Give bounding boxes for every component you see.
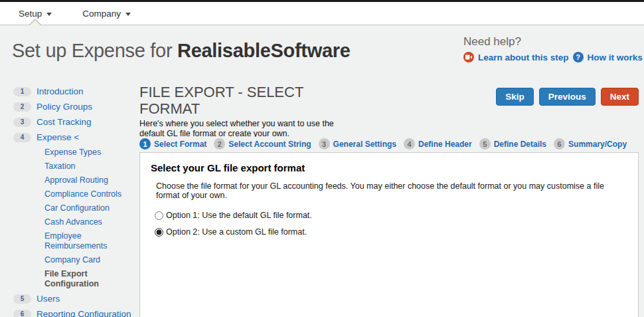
tab-label: Select Account String bbox=[228, 140, 311, 149]
step-number-badge: 4 bbox=[13, 133, 31, 142]
sidebar-subitem-car-configuration[interactable]: Car Configuration bbox=[44, 203, 134, 213]
page-title-prefix: Set up Expense for bbox=[12, 40, 177, 61]
tab-general-settings[interactable]: 3General Settings bbox=[319, 138, 396, 150]
tab-select-account-string[interactable]: 2Select Account String bbox=[214, 138, 311, 150]
skip-button[interactable]: Skip bbox=[496, 88, 534, 106]
sidebar-subitem-employee-reimbursements[interactable]: Employee Reimbursements bbox=[44, 231, 134, 251]
sidebar-subitem-file-export-configuration: File Export Configuration bbox=[44, 269, 134, 289]
tab-label: Select Format bbox=[154, 140, 206, 149]
sidebar-subitem-company-card[interactable]: Company Card bbox=[44, 255, 134, 265]
menu-label: Company bbox=[82, 9, 121, 19]
menu-company[interactable]: Company bbox=[82, 2, 131, 25]
setup-steps-sidebar: 1Introduction2Policy Groups3Cost Trackin… bbox=[13, 86, 134, 317]
format-options: Option 1: Use the default GL file format… bbox=[151, 211, 627, 237]
menu-setup[interactable]: Setup bbox=[19, 2, 52, 25]
sidebar-step-label: Policy Groups bbox=[37, 102, 92, 112]
tab-summary-copy[interactable]: 6Summary/Copy bbox=[554, 138, 627, 150]
wizard-buttons: Skip Previous Next bbox=[496, 84, 639, 137]
tab-label: Define Header bbox=[418, 140, 472, 149]
main-header-row: FILE EXPORT - SELECT FORMAT Here's where… bbox=[139, 84, 639, 137]
top-menubar: SetupCompany bbox=[0, 0, 644, 25]
sidebar-step-users[interactable]: 5Users bbox=[13, 294, 134, 304]
tab-number-badge: 6 bbox=[554, 138, 565, 150]
sidebar-substeps: Expense TypesTaxationApproval RoutingCom… bbox=[44, 148, 134, 289]
step-number-badge: 2 bbox=[13, 102, 31, 112]
video-icon bbox=[463, 52, 474, 62]
menu-label: Setup bbox=[19, 9, 42, 19]
how-it-works-link[interactable]: How it works bbox=[588, 53, 643, 62]
sidebar-step-cost-tracking[interactable]: 3Cost Tracking bbox=[13, 117, 134, 128]
need-help-label: Need help? bbox=[463, 35, 643, 49]
sidebar-subitem-approval-routing[interactable]: Approval Routing bbox=[44, 175, 134, 185]
tab-number-badge: 3 bbox=[319, 138, 330, 150]
option-label: Option 2: Use a custom GL file format. bbox=[166, 227, 307, 237]
panel-heading: Select your GL file export format bbox=[151, 162, 627, 173]
help-block: Need help? Learn about this step ? How i… bbox=[463, 35, 643, 62]
tab-label: Define Details bbox=[494, 140, 546, 149]
sidebar-step-policy-groups[interactable]: 2Policy Groups bbox=[13, 102, 134, 112]
sidebar-subitem-compliance-controls[interactable]: Compliance Controls bbox=[44, 189, 134, 199]
tab-number-badge: 4 bbox=[404, 138, 415, 150]
company-name: RealisableSoftware bbox=[177, 40, 351, 61]
step-number-badge: 1 bbox=[13, 87, 31, 96]
section-title: FILE EXPORT - SELECT FORMAT bbox=[139, 84, 325, 117]
step-number-badge: 3 bbox=[13, 118, 31, 127]
step-number-badge: 6 bbox=[13, 310, 31, 317]
learn-about-step-link[interactable]: Learn about this step bbox=[478, 53, 569, 62]
previous-button[interactable]: Previous bbox=[539, 88, 596, 106]
sidebar-step-label: Cost Tracking bbox=[37, 117, 92, 128]
section-description: Here's where you select whether you want… bbox=[139, 119, 345, 137]
wizard-step-tabs: 1Select Format2Select Account String3Gen… bbox=[139, 138, 639, 150]
question-icon: ? bbox=[573, 52, 584, 62]
page-header: Set up Expense for RealisableSoftware Ne… bbox=[0, 25, 644, 81]
gl-format-radio-2[interactable] bbox=[155, 228, 163, 237]
tab-label: Summary/Copy bbox=[568, 140, 627, 149]
main-column: FILE EXPORT - SELECT FORMAT Here's where… bbox=[139, 84, 639, 317]
sidebar-step-label: Reporting Configuration bbox=[37, 309, 131, 317]
gl-format-option-2[interactable]: Option 2: Use a custom GL file format. bbox=[155, 227, 627, 237]
step-number-badge: 5 bbox=[13, 294, 31, 304]
option-label: Option 1: Use the default GL file format… bbox=[166, 211, 312, 220]
gl-format-option-1[interactable]: Option 1: Use the default GL file format… bbox=[155, 211, 627, 220]
chevron-down-icon bbox=[125, 13, 131, 16]
tab-define-details[interactable]: 5Define Details bbox=[479, 138, 546, 150]
chevron-down-icon bbox=[46, 13, 52, 16]
sidebar-step-label: Introduction bbox=[37, 86, 84, 97]
tab-label: General Settings bbox=[333, 140, 396, 149]
next-button[interactable]: Next bbox=[601, 88, 639, 106]
tab-select-format[interactable]: 1Select Format bbox=[139, 138, 206, 150]
tab-define-header[interactable]: 4Define Header bbox=[404, 138, 472, 150]
tab-number-badge: 2 bbox=[214, 138, 225, 150]
sidebar-step-reporting-configuration[interactable]: 6Reporting Configuration bbox=[13, 309, 134, 317]
format-selection-panel: Select your GL file export format Choose… bbox=[139, 152, 639, 317]
active-menu-notch bbox=[29, 20, 41, 26]
sidebar-step-expense[interactable]: 4Expense < bbox=[13, 132, 134, 143]
panel-description: Choose the file format for your GL accou… bbox=[156, 181, 627, 200]
sidebar-subitem-taxation[interactable]: Taxation bbox=[44, 161, 134, 171]
gl-format-radio-1[interactable] bbox=[155, 211, 163, 220]
sidebar-step-label: Users bbox=[37, 294, 60, 304]
sidebar-subitem-expense-types[interactable]: Expense Types bbox=[44, 148, 134, 158]
sidebar-subitem-cash-advances[interactable]: Cash Advances bbox=[44, 217, 134, 227]
sidebar-step-introduction[interactable]: 1Introduction bbox=[13, 86, 134, 97]
tab-number-badge: 5 bbox=[479, 138, 491, 150]
tab-number-badge: 1 bbox=[139, 138, 151, 150]
sidebar-step-label: Expense < bbox=[37, 132, 79, 143]
